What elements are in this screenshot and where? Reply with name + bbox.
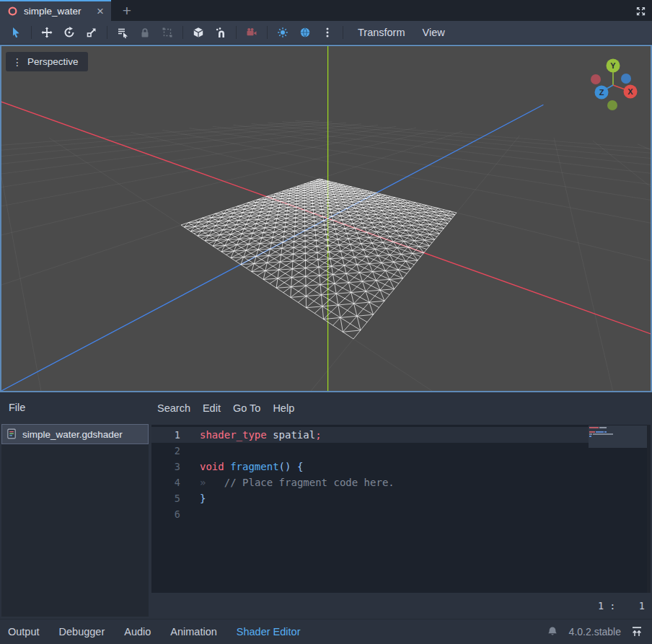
toolbar-3d: TransformView [0,21,652,45]
line-number: 3 [151,461,180,472]
perspective-label: Perspective [27,56,79,67]
bottom-dock-bar: OutputDebuggerAudioAnimationShader Edito… [0,619,652,644]
scene-render[interactable] [1,46,651,391]
code-line[interactable]: 4» // Place fragment code here. [151,475,651,490]
menu-search[interactable]: Search [157,402,190,414]
scene-tab-title: simple_water [24,6,82,17]
file-menu-button[interactable]: File [0,392,34,423]
code-line[interactable]: 3void fragment() { [151,459,651,475]
mesh-button[interactable] [189,23,208,42]
menu-transform[interactable]: Transform [349,23,414,42]
fullscreen-button[interactable] [633,3,648,19]
toolbar-separator [31,26,32,39]
scene-tab-bar: simple_water× + [0,0,652,21]
environment-icon [299,27,311,38]
shader-file-list[interactable]: simple_water.gdshader [1,424,149,617]
menu-go-to[interactable]: Go To [233,402,260,414]
new-tab-button[interactable]: + [117,0,137,21]
fullscreen-icon [635,6,646,17]
menu-view[interactable]: View [414,23,454,42]
sun-button[interactable] [273,23,292,42]
code-line[interactable]: 2 [151,443,651,459]
code-text: shader_type spatial; [180,429,322,441]
code-text: void fragment() { [180,461,303,472]
move-tool-button[interactable] [38,23,56,42]
sun-icon [277,27,288,38]
expand-bottom-panel-button[interactable] [631,626,644,638]
svg-text:Z: Z [599,88,604,97]
line-number: 4 [151,477,180,488]
scene-tab[interactable]: simple_water× [0,0,111,21]
bottom-tab-animation[interactable]: Animation [170,626,216,638]
list-select-button[interactable] [113,23,132,42]
toolbar-separator [182,26,183,39]
notification-bell-icon[interactable] [547,626,559,638]
mesh-icon [193,27,204,38]
axis-gizmo[interactable]: YXZ [583,50,646,113]
line-number: 6 [151,508,180,520]
code-editor[interactable]: 1shader_type spatial;23void fragment() {… [151,425,651,593]
cursor-position: 1 : 1 [598,593,645,619]
code-line[interactable]: 5} [151,490,651,506]
rotate-tool-icon [63,27,75,38]
file-item[interactable]: simple_water.gdshader [1,424,149,444]
code-text: } [180,493,206,504]
svg-text:Y: Y [610,61,616,70]
tab-close-icon[interactable]: × [97,6,104,17]
menu-help[interactable]: Help [273,402,294,414]
move-tool-icon [41,27,53,38]
shader-file-icon [6,428,17,439]
snap-button[interactable] [211,23,230,42]
list-select-icon [117,27,128,38]
code-text: » // Place fragment code here. [180,477,395,488]
kebab-button[interactable] [318,23,337,42]
snap-icon [215,27,226,38]
editor-menu-bar: SearchEditGo ToHelp [151,392,294,424]
version-label: 4.0.2.stable [569,626,621,638]
svg-text:X: X [627,87,633,96]
editor-scrollbar[interactable] [647,425,651,593]
group-icon [162,27,173,38]
line-number: 2 [151,445,180,456]
viewport-3d[interactable]: ⋮ Perspective YXZ [0,45,652,392]
expand-bottom-icon [631,626,643,638]
line-number: 1 [151,429,180,441]
scale-tool-button[interactable] [82,23,101,42]
toolbar-separator [267,26,268,39]
bottom-tab-shader-editor[interactable]: Shader Editor [237,626,301,638]
camera-preview-icon [246,27,257,38]
rotate-tool-button[interactable] [60,23,79,42]
bottom-tab-debugger[interactable]: Debugger [59,626,105,638]
select-tool-icon [10,27,22,38]
lock-icon [139,27,151,38]
lock-button[interactable] [136,23,154,42]
toolbar-separator [343,26,343,39]
camera-preview-button[interactable] [242,23,261,42]
line-number: 5 [151,493,180,504]
menu-edit[interactable]: Edit [203,402,221,414]
node3d-ring-icon [7,6,18,17]
bottom-tab-audio[interactable]: Audio [124,626,151,638]
code-line[interactable]: 1shader_type spatial; [151,427,651,443]
environment-button[interactable] [296,23,314,42]
kebab-icon: ⋮ [12,56,22,68]
select-tool-button[interactable] [6,23,25,42]
file-item-label: simple_water.gdshader [22,429,123,440]
toolbar-separator [107,26,107,39]
group-button[interactable] [158,23,177,42]
shader-editor-panel: File simple_water.gdshader SearchEditGo … [0,392,652,619]
kebab-icon [322,27,333,38]
code-line[interactable]: 6 [151,506,651,522]
toolbar-separator [236,26,237,39]
minimap[interactable] [589,425,647,448]
scale-tool-icon [86,27,97,38]
bell-icon [547,626,558,638]
bottom-tab-output[interactable]: Output [8,626,40,638]
perspective-menu-button[interactable]: ⋮ Perspective [6,52,88,71]
